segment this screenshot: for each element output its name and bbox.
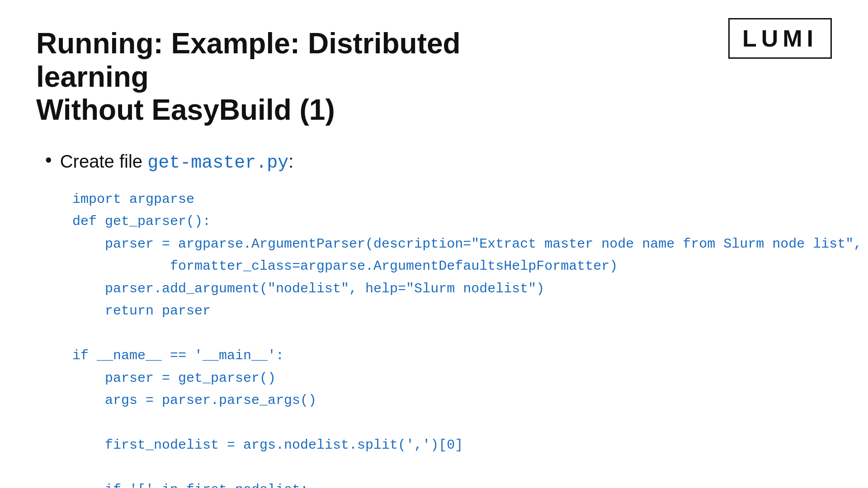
bullet-text: Create file get-master.py: [60,150,294,175]
bullet-item: • Create file get-master.py: [45,150,832,175]
slide-title: Running: Example: Distributed learning W… [36,27,533,127]
slide-container: LUMI Running: Example: Distributed learn… [0,0,868,488]
code-block: import argparse def get_parser(): parser… [72,188,832,488]
lumi-logo: LUMI [728,18,832,59]
bullet-dot: • [45,150,52,170]
bullet-section: • Create file get-master.py: import argp… [45,150,832,488]
filename: get-master.py [147,153,288,173]
